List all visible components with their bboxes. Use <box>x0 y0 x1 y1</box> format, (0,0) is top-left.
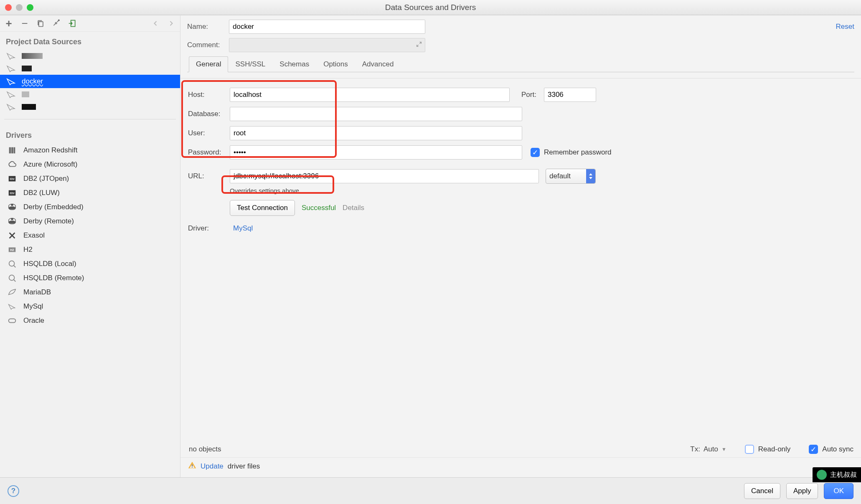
driver-icon: H2 <box>7 245 18 254</box>
url-hint: Overrides settings above <box>230 187 853 194</box>
comment-input[interactable] <box>229 38 425 52</box>
svg-rect-19 <box>9 319 16 322</box>
svg-rect-20 <box>192 464 193 466</box>
database-cursor-icon <box>6 52 17 60</box>
sidebar-toolbar: + − <box>0 15 180 32</box>
data-source-item[interactable] <box>0 50 180 62</box>
driver-label: DB2 (JTOpen) <box>23 175 69 183</box>
driver-icon: IBM <box>7 174 18 183</box>
svg-rect-4 <box>9 147 11 154</box>
main-panel: Name: Reset Comment: GeneralSSH/SSLSchem… <box>180 15 861 477</box>
avatar-icon <box>817 470 827 480</box>
minimize-window-button[interactable] <box>16 4 23 11</box>
svg-text:H2: H2 <box>10 248 14 252</box>
url-input[interactable] <box>230 169 539 183</box>
driver-item[interactable]: Derby (Remote) <box>0 214 180 228</box>
driver-item[interactable]: Azure (Microsoft) <box>0 157 180 172</box>
expand-icon[interactable] <box>416 41 422 50</box>
driver-label: Derby (Remote) <box>23 217 74 225</box>
data-source-item-docker[interactable]: docker <box>0 75 180 88</box>
database-cursor-icon <box>6 78 17 85</box>
project-data-sources-title: Project Data Sources <box>0 32 180 50</box>
driver-icon <box>7 302 18 311</box>
driver-item[interactable]: HSQLDB (Local) <box>0 257 180 271</box>
dialog-footer: ? Cancel Apply OK <box>0 477 861 504</box>
tab-advanced[interactable]: Advanced <box>355 56 401 72</box>
password-input[interactable] <box>230 145 522 160</box>
help-button[interactable]: ? <box>8 485 19 497</box>
driver-item[interactable]: Exasol <box>0 228 180 243</box>
host-label: Host: <box>188 91 230 99</box>
remember-password-checkbox[interactable]: ✓ Remember password <box>531 148 612 157</box>
driver-item[interactable]: HSQLDB (Remote) <box>0 271 180 285</box>
driver-item[interactable]: MariaDB <box>0 285 180 299</box>
tabs: GeneralSSH/SSLSchemasOptionsAdvanced <box>187 56 854 72</box>
driver-label: Exasol <box>23 231 45 240</box>
remove-icon[interactable]: − <box>20 19 29 28</box>
tab-options[interactable]: Options <box>316 56 355 72</box>
test-details-link[interactable]: Details <box>343 204 364 212</box>
port-label: Port: <box>521 91 544 99</box>
tab-general[interactable]: General <box>189 56 228 72</box>
forward-icon[interactable] <box>167 19 176 28</box>
drivers-title: Drivers <box>0 125 180 143</box>
user-input[interactable] <box>230 126 522 140</box>
svg-text:IBM: IBM <box>10 192 14 195</box>
dropdown-caret-icon <box>586 169 595 183</box>
update-driver-link[interactable]: Update <box>201 462 224 471</box>
no-objects-label: no objects <box>188 445 221 453</box>
data-source-item[interactable] <box>0 101 180 113</box>
driver-item[interactable]: IBMDB2 (JTOpen) <box>0 172 180 186</box>
driver-label: Oracle <box>23 317 44 325</box>
apply-button[interactable]: Apply <box>786 483 818 499</box>
database-input[interactable] <box>230 107 522 121</box>
data-source-item[interactable] <box>0 62 180 75</box>
url-mode-select[interactable]: default <box>546 169 596 184</box>
driver-item[interactable]: Derby (Embedded) <box>0 200 180 214</box>
driver-item[interactable]: Oracle <box>0 314 180 328</box>
driver-icon <box>7 217 18 226</box>
reset-link[interactable]: Reset <box>836 23 854 31</box>
checkbox-off-icon <box>745 445 754 454</box>
port-input[interactable] <box>544 88 596 102</box>
autosync-checkbox[interactable]: ✓ Auto sync <box>809 445 853 454</box>
settings-icon[interactable] <box>52 19 61 28</box>
test-connection-button[interactable]: Test Connection <box>230 200 295 216</box>
update-driver-rest: driver files <box>228 462 260 471</box>
driver-item[interactable]: Amazon Redshift <box>0 143 180 157</box>
titlebar: Data Sources and Drivers <box>0 0 861 15</box>
checkbox-on-icon: ✓ <box>809 445 818 454</box>
tx-mode-dropdown[interactable]: Tx: Auto ▼ <box>690 445 726 453</box>
tab-ssh-ssl[interactable]: SSH/SSL <box>228 56 272 72</box>
database-label: Database: <box>188 110 230 118</box>
readonly-checkbox[interactable]: Read-only <box>745 445 791 454</box>
svg-rect-5 <box>11 147 13 154</box>
sidebar: + − Project Data Sources <box>0 15 180 477</box>
name-input[interactable] <box>229 20 425 34</box>
close-window-button[interactable] <box>5 4 12 11</box>
import-icon[interactable] <box>68 19 77 28</box>
driver-icon <box>7 146 18 155</box>
driver-item[interactable]: H2H2 <box>0 243 180 257</box>
user-label: User: <box>188 129 230 137</box>
copy-icon[interactable] <box>36 19 45 28</box>
driver-item[interactable]: IBMDB2 (LUW) <box>0 186 180 200</box>
ok-button[interactable]: OK <box>824 483 853 499</box>
driver-link[interactable]: MySql <box>233 224 253 233</box>
svg-rect-0 <box>39 22 43 27</box>
back-icon[interactable] <box>151 19 160 28</box>
warning-icon <box>188 461 196 471</box>
data-source-label: docker <box>22 77 43 86</box>
driver-icon <box>7 274 18 283</box>
driver-item[interactable]: MySql <box>0 299 180 314</box>
data-source-item[interactable] <box>0 88 180 101</box>
tab-schemas[interactable]: Schemas <box>272 56 316 72</box>
maximize-window-button[interactable] <box>27 4 33 11</box>
test-status: Successful <box>302 204 336 212</box>
add-icon[interactable]: + <box>4 19 13 28</box>
driver-icon <box>7 316 18 325</box>
cancel-button[interactable]: Cancel <box>744 483 780 499</box>
driver-icon <box>7 259 18 268</box>
redacted-label <box>22 66 32 71</box>
host-input[interactable] <box>230 88 510 102</box>
